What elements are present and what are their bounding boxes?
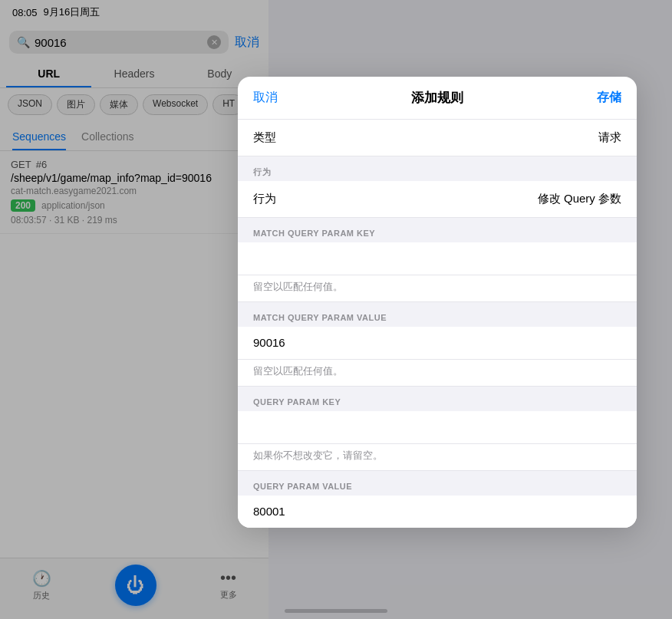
query-key-hint: 如果你不想改变它，请留空。 [238,444,637,471]
match-key-section-header: MATCH QUERY PARAM KEY [238,218,637,242]
behavior-section-header: 行为 [238,156,637,181]
match-key-input[interactable] [253,252,621,265]
query-value-section-header: QUERY PARAM VALUE [238,471,637,496]
modal-type-section: 类型 请求 [238,120,637,156]
modal-type-value: 请求 [598,130,621,145]
query-key-input-row[interactable] [238,411,637,444]
modal-cancel-button[interactable]: 取消 [253,90,278,106]
home-indicator [285,609,387,613]
modal-type-label: 类型 [253,130,276,145]
query-key-section-header: QUERY PARAM KEY [238,387,637,411]
match-key-label: MATCH QUERY PARAM KEY [253,229,375,238]
match-value-hint: 留空以匹配任何值。 [238,360,637,387]
behavior-section-label: 行为 [253,167,271,176]
modal-header: 取消 添加规则 存储 [238,77,637,120]
match-value-section-header: MATCH QUERY PARAM VALUE [238,302,637,327]
match-key-hint: 留空以匹配任何值。 [238,275,637,302]
modal-overlay: 取消 添加规则 存储 类型 请求 行为 行为 修改 Query 参数 MATCH… [0,0,672,619]
modal-behavior-row[interactable]: 行为 修改 Query 参数 [238,181,637,218]
query-key-input[interactable] [253,420,621,433]
match-key-input-row[interactable] [238,242,637,275]
query-key-label: QUERY PARAM KEY [253,397,341,407]
query-value-label: QUERY PARAM VALUE [253,482,352,491]
match-value-input-row[interactable] [238,327,637,360]
query-value-input[interactable] [253,505,621,518]
modal-title: 添加规则 [411,89,463,107]
match-value-label: MATCH QUERY PARAM VALUE [253,313,387,322]
query-value-input-row[interactable] [238,496,637,528]
modal-behavior-value: 修改 Query 参数 [538,192,621,206]
modal-behavior-label: 行为 [253,192,276,206]
match-value-input[interactable] [253,336,621,349]
modal-save-button[interactable]: 存储 [597,90,621,106]
modal-type-row[interactable]: 类型 请求 [238,120,637,156]
modal-card: 取消 添加规则 存储 类型 请求 行为 行为 修改 Query 参数 MATCH… [238,77,637,528]
